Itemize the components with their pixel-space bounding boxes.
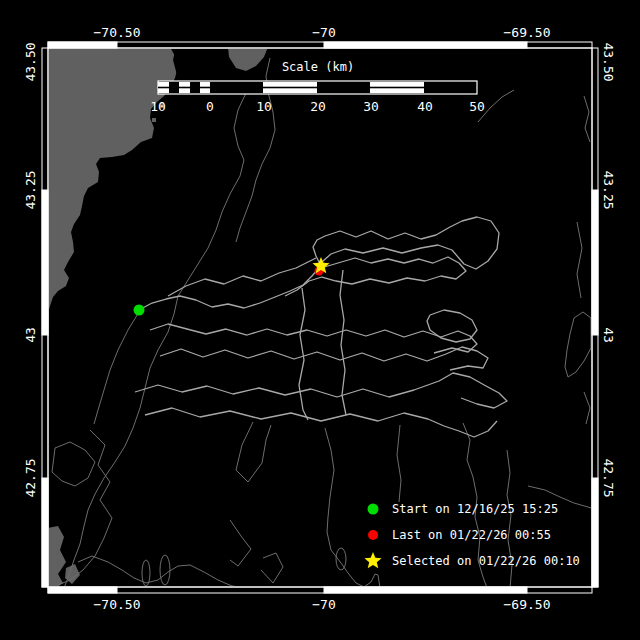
axis-label-left-3: 43 <box>24 327 37 343</box>
axis-label-top-2: −70 <box>312 26 335 39</box>
legend-last-icon <box>368 530 378 540</box>
landmass <box>48 47 268 588</box>
axis-label-left-1: 43.50 <box>24 42 37 81</box>
scale-tick-50: 50 <box>469 100 485 113</box>
axis-label-top-3: −69.50 <box>504 26 551 39</box>
legend-selected-label: Selected on 01/22/26 00:10 <box>392 555 580 568</box>
axis-label-right-2: 43.25 <box>602 170 615 209</box>
axis-label-bottom-1: −70.50 <box>94 598 141 611</box>
scale-tick-30: 30 <box>363 100 379 113</box>
scale-tick-20: 20 <box>310 100 326 113</box>
legend-last-label: Last on 01/22/26 00:55 <box>392 529 551 542</box>
start-position-marker[interactable] <box>134 305 145 316</box>
axis-label-top-1: −70.50 <box>94 26 141 39</box>
axis-label-right-1: 43.50 <box>602 42 615 81</box>
scale-tick-0: 0 <box>206 100 214 113</box>
map-plot-area[interactable] <box>0 0 640 640</box>
axis-label-left-4: 42.75 <box>24 458 37 497</box>
axis-label-right-4: 42.75 <box>602 458 615 497</box>
scale-bar-title: Scale (km) <box>282 61 354 74</box>
scale-tick-40: 40 <box>417 100 433 113</box>
scale-bar <box>158 81 477 94</box>
axis-label-right-3: 43 <box>602 327 615 343</box>
axis-label-bottom-2: −70 <box>312 598 335 611</box>
legend-start-icon <box>368 504 379 515</box>
axis-label-bottom-3: −69.50 <box>504 598 551 611</box>
scale-tick-10: 10 <box>256 100 272 113</box>
scale-tick-10L: 10 <box>150 100 166 113</box>
drifter-track-map-window: −70.50 −70 −69.50 −70.50 −70 −69.50 43.5… <box>0 0 640 640</box>
legend-selected-star-icon <box>364 552 381 568</box>
legend-start-label: Start on 12/16/25 15:25 <box>392 503 558 516</box>
axis-label-left-2: 43.25 <box>24 170 37 209</box>
drifter-tracks <box>135 217 507 437</box>
